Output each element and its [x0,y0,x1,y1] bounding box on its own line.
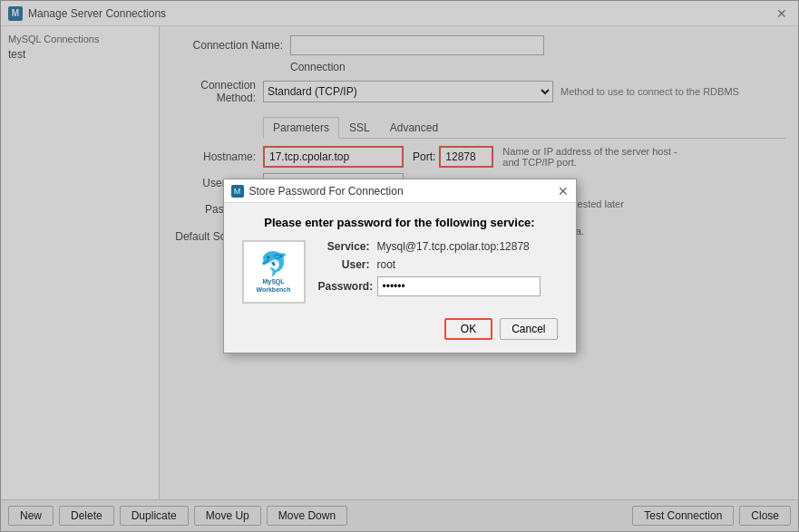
service-row: Service: Mysql@17.tcp.cpolar.top:12878 [318,240,558,253]
user-value: root [377,258,396,271]
user-label: User: [318,258,377,271]
ok-button[interactable]: OK [444,318,492,340]
logo-mysql: MySQL [262,278,284,285]
dialog-password-input[interactable] [377,276,541,296]
dialog-logo: 🐬 MySQL Workbench [242,240,306,304]
service-value: Mysql@17.tcp.cpolar.top:12878 [377,240,530,253]
user-row: User: root [318,258,558,271]
dialog-buttons: OK Cancel [242,313,558,340]
dialog-password-label: Password: [318,280,377,293]
cancel-button[interactable]: Cancel [500,318,557,340]
dialog-icon: M [231,185,244,198]
dialog-password-row: Password: [318,276,558,296]
dialog-body: Please enter password for the following … [224,203,576,353]
dialog-content-row: 🐬 MySQL Workbench Service: Mysql@17.tcp.… [242,240,558,304]
dialog-fields: Service: Mysql@17.tcp.cpolar.top:12878 U… [318,240,558,302]
dialog-title-left: M Store Password For Connection [231,185,404,198]
dialog-title-text: Store Password For Connection [249,185,404,198]
store-password-dialog: M Store Password For Connection ✕ Please… [223,179,577,353]
dialog-close-button[interactable]: ✕ [558,184,569,198]
service-label: Service: [318,240,377,253]
dialog-header: Please enter password for the following … [242,216,558,229]
dialog-logo-inner: 🐬 MySQL Workbench [257,250,291,294]
dialog-title-bar: M Store Password For Connection ✕ [224,179,576,203]
logo-workbench: Workbench [257,286,291,293]
overlay: M Store Password For Connection ✕ Please… [0,0,799,532]
